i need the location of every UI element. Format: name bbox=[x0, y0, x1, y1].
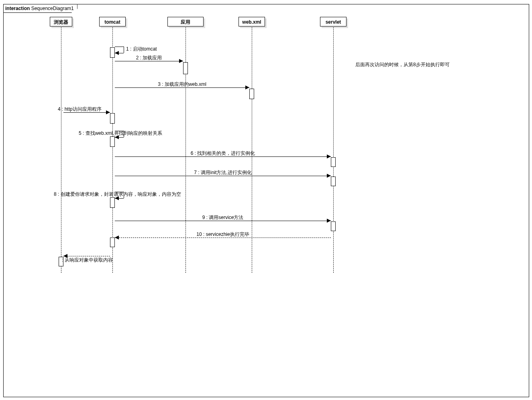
activation-tomcat-3 bbox=[110, 113, 115, 124]
lifeline-head-app: 应用 bbox=[167, 17, 204, 26]
message-label-3: 3 : 加载应用的web.xml bbox=[115, 81, 249, 88]
diagram-canvas: interaction SequenceDiagram1 浏览器tomcat应用… bbox=[0, 0, 532, 400]
message-label-11: : 从响应对象中获取内容 bbox=[62, 257, 113, 264]
message-label-5: 5 : 查找web.xml,并找到响应的映射关系 bbox=[79, 130, 162, 137]
message-line-11 bbox=[63, 256, 110, 256]
activation-servlet-5 bbox=[331, 157, 336, 167]
activation-servlet-8 bbox=[331, 221, 336, 231]
lifeline-head-tomcat: tomcat bbox=[99, 17, 126, 26]
activation-tomcat-7 bbox=[110, 197, 115, 208]
activation-webxml-2 bbox=[249, 89, 254, 99]
message-label-8: 8 : 创建爱你请求对象，封装请求内容，响应对象，内容为空 bbox=[54, 191, 181, 198]
activation-servlet-6 bbox=[331, 177, 336, 186]
activation-tomcat-9 bbox=[110, 238, 115, 247]
message-label-4: 4 : http访问应用程序 bbox=[58, 106, 102, 113]
activation-tomcat-0 bbox=[110, 47, 115, 58]
lifeline-line-browser bbox=[61, 27, 61, 273]
self-call-top-1 bbox=[115, 47, 124, 47]
message-label-9: 9 : 调用service方法 bbox=[115, 214, 331, 221]
diagram-layer: 浏览器tomcat应用web.xmlservlet1 : 启动tomcat2 :… bbox=[0, 0, 532, 400]
message-label-2: 2 : 加载应用 bbox=[115, 55, 183, 61]
side-note: 后面再次访问的时候，从第8步开始执行即可 bbox=[355, 61, 450, 68]
activation-app-1 bbox=[183, 62, 188, 74]
self-call-side-1 bbox=[124, 47, 124, 53]
message-label-1: 1 : 启动tomcat bbox=[126, 46, 157, 53]
message-label-10: 10 : servicezhie执行完毕 bbox=[115, 231, 331, 238]
lifeline-head-webxml: web.xml bbox=[238, 17, 265, 26]
lifeline-head-servlet: servlet bbox=[320, 17, 347, 26]
activation-tomcat-4 bbox=[110, 136, 115, 147]
message-label-6: 6 : 找到相关的类，进行实例化 bbox=[115, 150, 331, 157]
lifeline-line-servlet bbox=[333, 27, 334, 273]
lifeline-head-browser: 浏览器 bbox=[50, 17, 72, 26]
message-label-7: 7 : 调用init方法,进行实例化 bbox=[115, 169, 331, 176]
lifeline-line-tomcat bbox=[112, 27, 113, 273]
message-arrow-4 bbox=[106, 110, 110, 114]
